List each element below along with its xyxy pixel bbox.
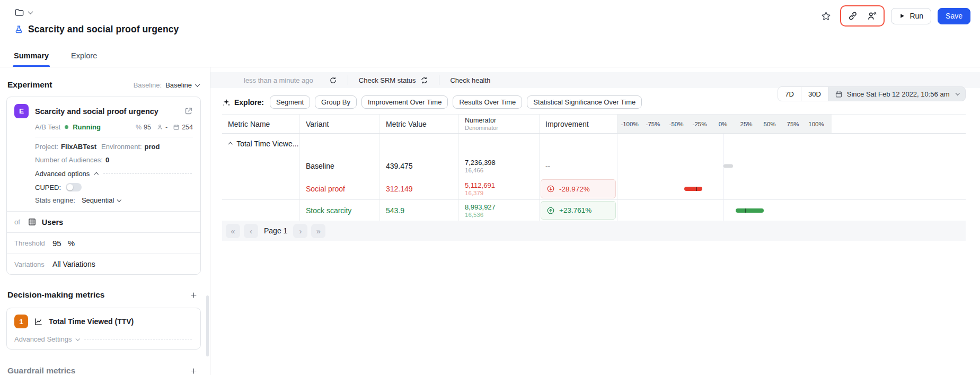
experiment-card: E Scarcity and social proof urgency A/B … — [6, 97, 201, 275]
baseline-select[interactable]: Baseline: Baseline — [134, 81, 199, 89]
header-filler — [832, 115, 966, 133]
scale-tick: -100% — [621, 121, 638, 127]
experiment-card-title: Scarcity and social proof urgency — [35, 107, 178, 116]
numerator-denominator: 5,112,691 16,379 — [459, 178, 540, 199]
scale-tick: -25% — [693, 121, 707, 127]
tab-explore[interactable]: Explore — [70, 46, 98, 67]
decision-metric-card: 1 Total Time Viewed (TTV) Advanced Setti… — [6, 308, 201, 350]
col-metric-value: Metric Value — [380, 115, 459, 133]
advanced-settings-toggle[interactable]: Advanced Settings — [14, 335, 193, 343]
decision-metrics-header: Decision-making metrics — [7, 289, 199, 301]
first-page-button[interactable]: « — [226, 224, 240, 238]
experiment-card-title-row: E Scarcity and social proof urgency — [14, 104, 193, 118]
improvement-cell: -28.972% — [540, 178, 617, 199]
variations-select[interactable]: All Variations — [52, 260, 95, 268]
members-button[interactable] — [865, 8, 879, 24]
results-table: Metric Name Variant Metric Value Numerat… — [222, 114, 966, 221]
arrow-up-circle-icon — [546, 206, 555, 215]
cuped-toggle[interactable] — [66, 183, 82, 191]
add-guardrail-metric-button[interactable] — [188, 365, 199, 375]
chart-cell — [617, 200, 832, 221]
improvement-cell: -- — [540, 154, 617, 178]
chip-statistical-significance[interactable]: Statistical Significance Over Time — [527, 95, 642, 109]
table-row-baseline: Baseline 439.475 7,236,398 16,466 -- — [222, 154, 966, 178]
folder-menu-button[interactable] — [14, 7, 32, 18]
table-row-social-proof: Social proof 312.149 5,112,691 16,379 -2… — [222, 178, 966, 199]
sidebar: Experiment Baseline: Baseline E Scarcity… — [0, 67, 210, 375]
chip-results-over-time[interactable]: Results Over Time — [453, 95, 522, 109]
metric-value: 543.9 — [380, 200, 459, 221]
scale-tick: 25% — [740, 121, 752, 127]
metric-group-toggle[interactable]: Total Time Viewe... — [222, 134, 300, 154]
scale-tick: -75% — [646, 121, 660, 127]
chip-group-by[interactable]: Group By — [315, 95, 357, 109]
guardrail-header: Guardrail metrics — [7, 365, 199, 375]
population-name: Users — [42, 218, 63, 226]
run-button[interactable]: Run — [891, 8, 931, 24]
experiment-icon — [14, 25, 23, 34]
improvement-cell: +23.761% — [540, 200, 617, 221]
star-button[interactable] — [818, 8, 834, 24]
variant-name: Baseline — [300, 154, 380, 178]
ci-bar — [736, 208, 764, 213]
date-range-select[interactable]: Since Sat Feb 12 2022, 10:56 am — [828, 87, 965, 101]
check-health-button[interactable]: Check health — [439, 76, 501, 84]
last-page-button[interactable]: » — [311, 224, 325, 238]
prev-page-button[interactable]: ‹ — [244, 224, 258, 238]
date-range-value: Since Sat Feb 12 2022, 10:56 am — [847, 90, 950, 98]
numerator-denominator: 7,236,398 16,466 — [459, 154, 540, 178]
header-actions: Run Save — [818, 5, 970, 27]
guardrail-heading: Guardrail metrics — [7, 366, 75, 375]
next-page-button[interactable]: › — [293, 224, 307, 238]
link-icon — [847, 11, 858, 21]
sidebar-scrollbar[interactable] — [206, 295, 209, 356]
tab-bar: Summary Explore — [13, 46, 98, 67]
stats-engine-row: Stats engine: Sequential — [35, 196, 193, 204]
line-chart-icon — [34, 317, 43, 326]
pagination-bar: « ‹ Page 1 › » — [222, 221, 966, 241]
threshold-input[interactable]: 95 — [52, 239, 61, 248]
range-7d-button[interactable]: 7D — [778, 87, 801, 101]
experiment-meta-row: A/B Test Running %95 - 254 — [35, 123, 193, 131]
share-link-button[interactable] — [846, 8, 860, 24]
users-stat: - — [156, 124, 167, 131]
open-experiment-button[interactable] — [184, 107, 193, 116]
people-icon — [867, 11, 877, 21]
dashed-divider — [103, 173, 192, 174]
chart-scale-row: -100%-75%-50%-25%0%25%50%75%100% — [617, 115, 832, 133]
add-decision-metric-button[interactable] — [188, 289, 199, 301]
metric-value: 439.475 — [380, 154, 459, 178]
of-label: of — [14, 218, 20, 226]
explore-label: Explore: — [222, 98, 264, 107]
scale-tick: 0% — [719, 121, 728, 127]
save-button[interactable]: Save — [938, 8, 970, 24]
col-numerator-denominator: Numerator Denominator — [459, 115, 540, 133]
col-metric-name: Metric Name — [222, 115, 300, 133]
star-icon — [820, 11, 832, 22]
refresh-button[interactable] — [324, 76, 348, 84]
chip-segment[interactable]: Segment — [270, 95, 310, 109]
population-row[interactable]: of Users — [7, 211, 200, 232]
days-stat: 254 — [173, 124, 193, 131]
stats-engine-select[interactable]: Sequential — [82, 196, 121, 204]
split-stat: %95 — [136, 124, 151, 131]
project-row: Project:FlixABTest Environment:prod — [35, 143, 193, 151]
check-srm-button[interactable]: Check SRM status — [348, 76, 439, 84]
chevron-down-icon — [117, 197, 121, 202]
metric-item[interactable]: 1 Total Time Viewed (TTV) — [14, 315, 193, 328]
scale-tick: -50% — [669, 121, 684, 127]
range-30d-button[interactable]: 30D — [801, 87, 828, 101]
app-root: Scarcity and social proof urgency Run Sa… — [0, 0, 980, 375]
chip-improvement-over-time[interactable]: Improvement Over Time — [361, 95, 448, 109]
variant-name: Stock scarcity — [300, 200, 380, 221]
table-row-stock-scarcity: Stock scarcity 543.9 8,993,927 16,536 +2… — [222, 199, 966, 221]
advanced-options-toggle[interactable]: Advanced options — [35, 170, 193, 178]
advanced-settings-label: Advanced Settings — [14, 335, 72, 343]
cuped-row: CUPED: — [35, 183, 193, 191]
main-content: less than a minute ago Check SRM status … — [210, 67, 980, 375]
metric-group-label: Total Time Viewe... — [236, 139, 298, 148]
variations-label: Variations — [14, 260, 47, 268]
scale-tick: 75% — [787, 121, 799, 127]
explore-row: Explore: Segment Group By Improvement Ov… — [222, 95, 642, 109]
tab-summary[interactable]: Summary — [13, 46, 50, 67]
